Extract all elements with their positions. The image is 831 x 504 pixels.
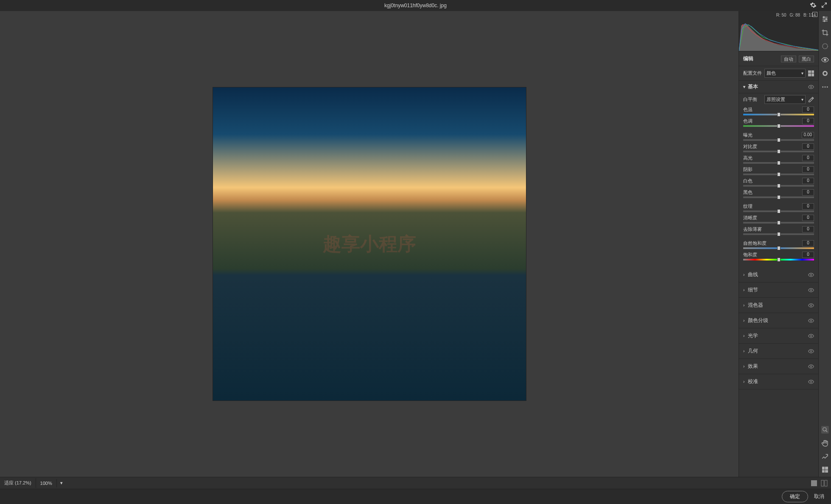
slider-vibrance[interactable]: 自然饱和度0 (743, 240, 814, 249)
redeye-icon[interactable] (821, 56, 829, 64)
chevron-down-icon: ▾ (801, 97, 803, 102)
footer: 适应 (17.2%) 100% ▾ (0, 477, 831, 489)
chevron-down-icon: ▾ (743, 84, 745, 89)
section-calibration[interactable]: ›校准 (739, 374, 818, 389)
section-geometry[interactable]: ›几何 (739, 344, 818, 359)
section-curve[interactable]: ›曲线 (739, 267, 818, 283)
eye-icon[interactable] (808, 84, 814, 90)
zoom-dropdown[interactable]: ▾ (57, 479, 66, 487)
wb-select[interactable]: 原照设置 ▾ (764, 95, 806, 104)
section-optics[interactable]: ›光学 (739, 328, 818, 344)
eye-icon[interactable] (808, 364, 814, 370)
svg-point-5 (810, 335, 812, 337)
svg-point-8 (810, 381, 812, 383)
titlebar: kgj0tnyw011hf0yw8d0c. jpg (0, 0, 831, 11)
chevron-right-icon: › (743, 349, 744, 353)
svg-point-6 (810, 350, 812, 352)
svg-point-3 (810, 305, 812, 306)
zoom-fit-button[interactable]: 适应 (17.2%) (0, 478, 36, 488)
filename: kgj0tnyw011hf0yw8d0c. jpg (384, 3, 447, 8)
chevron-right-icon: › (743, 318, 744, 323)
eye-icon[interactable] (808, 318, 814, 324)
ok-button[interactable]: 确定 (782, 491, 808, 502)
slider-dehaze[interactable]: 去除薄雾0 (743, 226, 814, 235)
histo-b: B: 114 (803, 13, 816, 17)
svg-point-12 (823, 17, 824, 18)
auto-button[interactable]: 自动 (781, 56, 796, 62)
edit-panel: R: 50 G: 88 B: 114 编辑 自动 黑白 (739, 11, 818, 477)
eye-icon[interactable] (808, 287, 814, 293)
svg-point-22 (823, 428, 826, 431)
eye-icon[interactable] (808, 379, 814, 385)
svg-point-4 (810, 320, 812, 322)
slider-temp[interactable]: 色温0 (743, 106, 814, 115)
slider-texture[interactable]: 纹理0 (743, 203, 814, 212)
chevron-right-icon: › (743, 333, 744, 338)
svg-point-13 (825, 19, 827, 20)
canvas-area[interactable]: 趣享小程序 (0, 11, 739, 477)
more-icon[interactable] (821, 83, 829, 91)
svg-point-19 (822, 87, 823, 88)
slider-tint[interactable]: 色调0 (743, 118, 814, 127)
profile-select[interactable]: 颜色 ▾ (764, 69, 806, 78)
slider-contrast[interactable]: 对比度0 (743, 143, 814, 152)
sliders-icon[interactable] (821, 15, 829, 23)
eyedropper-icon[interactable] (808, 97, 814, 103)
section-grading[interactable]: ›颜色分级 (739, 313, 818, 328)
slider-exposure[interactable]: 曝光0.00 (743, 132, 814, 141)
image-preview (213, 87, 526, 401)
svg-point-21 (826, 87, 828, 88)
split-view-icon[interactable] (821, 480, 828, 487)
chevron-right-icon: › (743, 379, 744, 384)
svg-line-23 (825, 431, 827, 432)
bw-button[interactable]: 黑白 (799, 56, 814, 62)
single-view-icon[interactable] (811, 480, 817, 487)
mask-icon[interactable] (821, 70, 829, 77)
slider-blacks[interactable]: 黑色0 (743, 189, 814, 198)
svg-rect-25 (821, 480, 824, 486)
slider-shadows[interactable]: 阴影0 (743, 166, 814, 175)
svg-point-0 (810, 86, 812, 88)
crop-icon[interactable] (821, 29, 829, 36)
slider-saturation[interactable]: 饱和度0 (743, 252, 814, 260)
svg-point-18 (824, 72, 826, 75)
histogram[interactable]: R: 50 G: 88 B: 114 (739, 11, 818, 51)
slider-highlights[interactable]: 高光0 (743, 155, 814, 164)
grid-icon[interactable] (822, 467, 828, 473)
svg-point-14 (824, 20, 825, 22)
toolbar-right (818, 11, 831, 477)
section-detail[interactable]: ›细节 (739, 283, 818, 298)
section-effects[interactable]: ›效果 (739, 359, 818, 374)
basic-header[interactable]: ▾基本 (739, 81, 818, 93)
chevron-down-icon: ▾ (801, 71, 803, 76)
slider-clarity[interactable]: 清晰度0 (743, 215, 814, 224)
target-adjust-icon[interactable] (821, 453, 829, 461)
eye-icon[interactable] (808, 333, 814, 339)
section-mixer[interactable]: ›混色器 (739, 298, 818, 313)
svg-rect-24 (811, 480, 817, 486)
svg-point-16 (824, 59, 826, 61)
svg-point-20 (824, 87, 825, 88)
slider-whites[interactable]: 白色0 (743, 178, 814, 187)
heal-icon[interactable] (821, 42, 829, 50)
histo-r: R: 50 (776, 13, 786, 17)
svg-point-15 (823, 44, 828, 49)
cancel-button[interactable]: 取消 (814, 493, 824, 500)
eye-icon[interactable] (808, 272, 814, 278)
svg-point-1 (810, 274, 812, 276)
chevron-right-icon: › (743, 303, 744, 308)
chevron-right-icon: › (743, 272, 744, 277)
wb-label: 白平衡 (743, 96, 762, 103)
profile-grid-icon[interactable] (808, 70, 814, 76)
histo-g: G: 88 (790, 13, 800, 17)
gear-icon[interactable] (810, 2, 817, 8)
chevron-right-icon: › (743, 288, 744, 292)
action-bar: 确定 取消 (0, 489, 831, 504)
zoom-icon[interactable] (821, 426, 829, 434)
eye-icon[interactable] (808, 348, 814, 354)
hand-icon[interactable] (821, 440, 829, 447)
zoom-100-button[interactable]: 100% (36, 479, 57, 487)
svg-rect-26 (825, 480, 827, 486)
maximize-icon[interactable] (821, 2, 828, 8)
eye-icon[interactable] (808, 302, 814, 308)
